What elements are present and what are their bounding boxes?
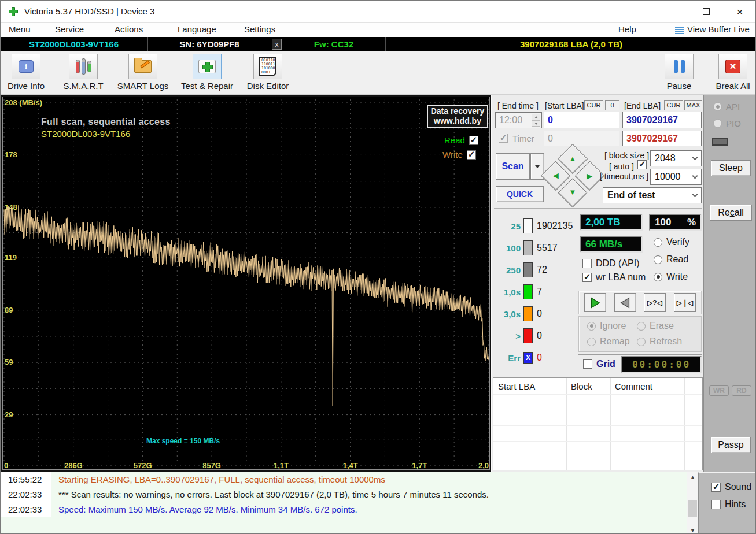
counter-row: 25072	[497, 262, 573, 277]
rd-button[interactable]: RD	[732, 385, 751, 396]
auto-checkbox[interactable]	[637, 160, 647, 169]
write-option[interactable]: Write	[654, 272, 688, 282]
counter-value: 7	[537, 287, 542, 297]
refresh-option[interactable]: Refresh	[637, 336, 682, 347]
erase-radio[interactable]	[637, 322, 646, 331]
break-all-label: Break All	[711, 81, 755, 91]
seek-question-button[interactable]: ▷?◁	[644, 293, 666, 312]
smart-icon	[69, 54, 98, 79]
chevron-down-icon	[692, 155, 698, 161]
grid-option[interactable]: Grid	[583, 359, 615, 369]
end-lba-max-button[interactable]: MAX	[684, 100, 702, 110]
timer-checkbox[interactable]	[499, 134, 508, 143]
timeout-label: [ timeout,ms ]	[600, 172, 648, 181]
pio-radio[interactable]	[713, 119, 722, 128]
scroll-thumb[interactable]	[688, 500, 697, 517]
latency-counters: 2519021351005517250721,0s73,0s0>0ErrX0	[497, 218, 573, 372]
drive-info-button[interactable]: i Drive Info	[2, 54, 50, 93]
start-lba-zero-button[interactable]: 0	[605, 100, 619, 110]
read-radio[interactable]	[654, 255, 662, 264]
wr-lba-checkbox[interactable]	[582, 273, 592, 282]
write-radio[interactable]	[654, 273, 662, 281]
play-button[interactable]	[584, 293, 606, 312]
api-radio[interactable]	[713, 102, 722, 111]
menu-item-help[interactable]: Help	[618, 24, 636, 34]
hints-checkbox[interactable]	[711, 500, 721, 509]
grid-checkbox[interactable]	[583, 359, 592, 369]
start-lba-cur-button[interactable]: CUR	[584, 100, 603, 110]
disk-editor-button[interactable]: 0101101100111010000001 Disk Editor	[239, 54, 296, 93]
menu-item-actions[interactable]: Actions	[115, 24, 143, 34]
ignore-radio[interactable]	[587, 322, 596, 331]
end-lba-cur-button[interactable]: CUR	[664, 100, 683, 110]
menu-item-settings[interactable]: Settings	[244, 24, 275, 34]
end-time-spinner[interactable]: 12:00	[495, 112, 542, 128]
hints-option[interactable]: Hints	[711, 499, 746, 510]
end-lba-input[interactable]: 3907029167	[622, 112, 702, 128]
log-time: 16:55:22	[1, 472, 51, 487]
counter-row: >0	[497, 328, 573, 343]
menu-item-language[interactable]: Language	[178, 24, 216, 34]
wr-lba-option[interactable]: wr LBA num	[582, 272, 646, 283]
speed-display: 66 MB/s	[580, 236, 643, 253]
refresh-radio[interactable]	[637, 338, 646, 346]
smart-button[interactable]: S.M.A.R.T	[58, 54, 108, 93]
spinner-arrows[interactable]	[532, 114, 540, 127]
svg-text:857G: 857G	[202, 461, 221, 469]
pio-option[interactable]: PIO	[713, 118, 741, 128]
erase-option[interactable]: Erase	[637, 321, 674, 331]
sound-option[interactable]: Sound	[711, 482, 751, 492]
quick-button[interactable]: QUICK	[496, 186, 544, 202]
maximize-button[interactable]	[689, 1, 723, 23]
counter-color-block	[523, 218, 533, 233]
wr-button[interactable]: WR	[709, 385, 729, 396]
api-option[interactable]: API	[713, 102, 740, 112]
test-repair-button[interactable]: Test & Repair	[174, 54, 240, 93]
log-message: Starting ERASING, LBA=0..3907029167, FUL…	[51, 474, 385, 484]
ddd-api-option[interactable]: DDD (API)	[582, 258, 640, 269]
scan-speed-chart: 208 (MB/s)1781481198959290286G572G857G1,…	[2, 97, 490, 470]
break-all-button[interactable]: ✕ Break All	[711, 54, 755, 93]
timer-value-input[interactable]: 0	[544, 131, 619, 146]
defect-table[interactable]: Start LBA Block Comment	[493, 377, 703, 470]
ignore-option[interactable]: Ignore	[587, 321, 626, 331]
remap-option[interactable]: Remap	[587, 336, 630, 347]
log-message: *** Scan results: no warnings, no errors…	[51, 490, 489, 499]
read-option[interactable]: Read	[654, 254, 688, 265]
passp-button[interactable]: Passp	[711, 437, 751, 453]
log-scrollbar[interactable]: ▲ ▼	[687, 472, 698, 534]
recall-button[interactable]: Recall	[710, 205, 752, 221]
verify-radio[interactable]	[654, 238, 662, 247]
end-of-test-combo[interactable]: End of test	[603, 187, 702, 203]
device-bar-close-button[interactable]: x	[272, 39, 282, 50]
ddd-api-checkbox[interactable]	[582, 259, 592, 268]
end-lba-pass-input[interactable]: 3907029167	[622, 131, 702, 146]
timeout-combo[interactable]: 10000	[650, 169, 702, 185]
verify-option[interactable]: Verify	[654, 237, 689, 247]
smart-logs-button[interactable]: SMART Logs	[114, 54, 172, 93]
start-lba-input[interactable]: 0	[544, 112, 619, 128]
pause-button[interactable]: Pause	[660, 54, 698, 93]
scan-button[interactable]: Scan	[496, 153, 530, 180]
menu-item-view-buffer-live[interactable]: View Buffer Live	[687, 24, 750, 34]
reverse-button[interactable]	[614, 293, 636, 312]
scroll-down-icon[interactable]: ▼	[687, 525, 698, 534]
log-rows: 16:55:22Starting ERASING, LBA=0..3907029…	[1, 472, 687, 534]
read-checkbox[interactable]	[469, 136, 478, 145]
menu-item-menu[interactable]: Menu	[9, 24, 31, 34]
write-checkbox[interactable]	[467, 150, 476, 160]
drive-info-label: Drive Info	[2, 81, 50, 91]
scroll-up-icon[interactable]: ▲	[687, 472, 698, 482]
close-button[interactable]: ×	[723, 1, 756, 23]
watermark: Data recovery www.hdd.by	[427, 105, 488, 128]
menu-item-service[interactable]: Service	[55, 24, 84, 34]
break-all-icon: ✕	[725, 60, 740, 73]
remap-radio[interactable]	[587, 338, 596, 346]
counter-row: 1,0s7	[497, 284, 573, 299]
svg-text:286G: 286G	[64, 461, 83, 469]
sound-checkbox[interactable]	[711, 483, 721, 492]
minimize-button[interactable]	[656, 1, 689, 23]
seek-end-button[interactable]: ▷❘◁	[674, 293, 696, 312]
sleep-button[interactable]: Sleep	[711, 160, 751, 176]
block-size-combo[interactable]: 2048	[650, 150, 702, 166]
